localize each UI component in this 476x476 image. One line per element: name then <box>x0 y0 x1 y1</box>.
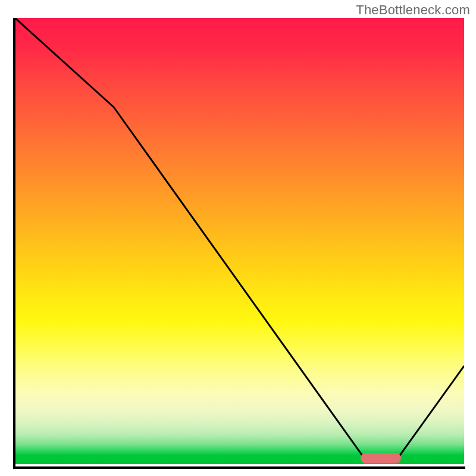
optimal-range-marker <box>361 453 401 464</box>
chart-plot-area <box>15 18 464 464</box>
y-axis <box>13 18 15 469</box>
bottleneck-curve <box>15 18 464 464</box>
x-axis <box>13 466 465 469</box>
watermark-text: TheBottleneck.com <box>356 2 470 18</box>
